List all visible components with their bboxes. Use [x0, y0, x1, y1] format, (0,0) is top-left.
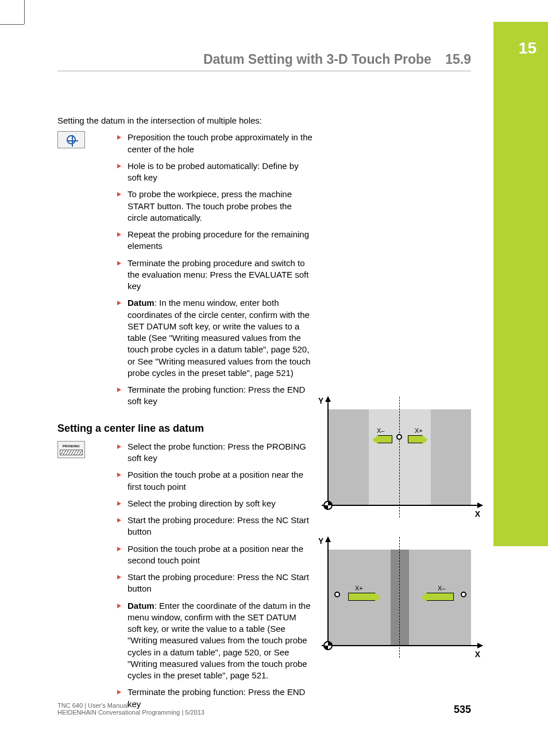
y-axis-label: Y [318, 396, 323, 406]
list-item: Datum: In the menu window, enter both co… [117, 297, 312, 379]
page-number: 535 [454, 704, 471, 716]
probing-icon-label: PROBING [63, 444, 80, 448]
footer-line1: TNC 640 | User's Manual [57, 702, 471, 709]
diagram-2: Y X X+ X– [316, 537, 483, 663]
section2-steps: Select the probe function: Press the PRO… [117, 441, 312, 710]
xplus-label: X+ [355, 584, 363, 593]
workpiece-inner [369, 409, 431, 505]
probe-arrow-left [426, 593, 454, 601]
page-content: Setting the datum in the intersection of… [57, 115, 483, 715]
probing-softkey-icon: PROBING [57, 441, 85, 458]
y-axis [327, 397, 329, 506]
origin-icon [323, 501, 333, 510]
list-item: Datum: Enter the coordinate of the datum… [117, 600, 312, 682]
x-axis-arrowhead-icon [477, 643, 483, 648]
origin-icon [323, 641, 333, 650]
section1-intro: Setting the datum in the intersection of… [57, 115, 310, 126]
page-header: Datum Setting with 3-D Touch Probe 15.9 [57, 52, 471, 71]
hatch-pattern-icon [60, 450, 83, 455]
probe-dot [461, 592, 466, 597]
crop-mark-vertical [24, 0, 25, 24]
probe-dot [334, 592, 340, 597]
list-item: To probe the workpiece, press the machin… [117, 189, 312, 224]
header-title: Datum Setting with 3-D Touch Probe [203, 52, 431, 67]
probe-arrow-right [348, 593, 376, 601]
diagram-1: Y X X– X+ [316, 397, 483, 523]
list-item: Position the touch probe at a position n… [117, 543, 312, 567]
xminus-label: X– [438, 584, 445, 593]
list-item: Select the probe function: Press the PRO… [117, 441, 312, 465]
y-axis-label: Y [318, 536, 323, 547]
workpiece-slot [391, 550, 409, 645]
x-axis-arrowhead-icon [477, 502, 483, 508]
list-item: Start the probing procedure: Press the N… [117, 515, 312, 538]
list-item: Position the touch probe at a position n… [117, 469, 312, 493]
crosshair-icon [67, 135, 76, 144]
header-section: 15.9 [445, 52, 471, 67]
crop-mark-horizontal [0, 24, 24, 25]
section1-steps: Preposition the touch probe approximatel… [117, 132, 312, 407]
list-item: Terminate the probing function: Press th… [117, 384, 312, 408]
center-line [399, 537, 400, 658]
xplus-label: X+ [415, 427, 423, 435]
probe-arrow-right [408, 435, 423, 443]
x-axis-label: X [475, 649, 480, 660]
x-axis-label: X [475, 509, 480, 520]
page-footer: TNC 640 | User's Manual HEIDENHAIN Conve… [57, 702, 471, 716]
hole-center-icon [57, 131, 85, 148]
x-axis [322, 645, 483, 646]
footer-line2: HEIDENHAIN Conversational Programming | … [57, 709, 471, 716]
y-axis [327, 537, 329, 646]
center-line [399, 397, 400, 517]
x-axis [322, 505, 483, 506]
list-item: Preposition the touch probe approximatel… [117, 132, 312, 155]
chapter-tab: 15 [493, 22, 548, 546]
list-item: Terminate the probing procedure and swit… [117, 258, 312, 293]
chapter-number: 15 [519, 39, 537, 57]
list-item: Select the probing direction by soft key [117, 498, 312, 509]
diagrams: Y X X– X+ Y X X+ X– [316, 397, 483, 677]
list-item: Hole is to be probed automatically: Defi… [117, 160, 312, 184]
y-axis-arrowhead-icon [325, 396, 331, 402]
header-rule [57, 71, 471, 71]
probe-dot [396, 434, 402, 440]
list-item: Repeat the probing procedure for the rem… [117, 229, 312, 252]
y-axis-arrowhead-icon [325, 536, 331, 542]
list-item: Start the probing procedure: Press the N… [117, 571, 312, 595]
xminus-label: X– [377, 427, 384, 435]
probe-arrow-left [377, 435, 392, 443]
